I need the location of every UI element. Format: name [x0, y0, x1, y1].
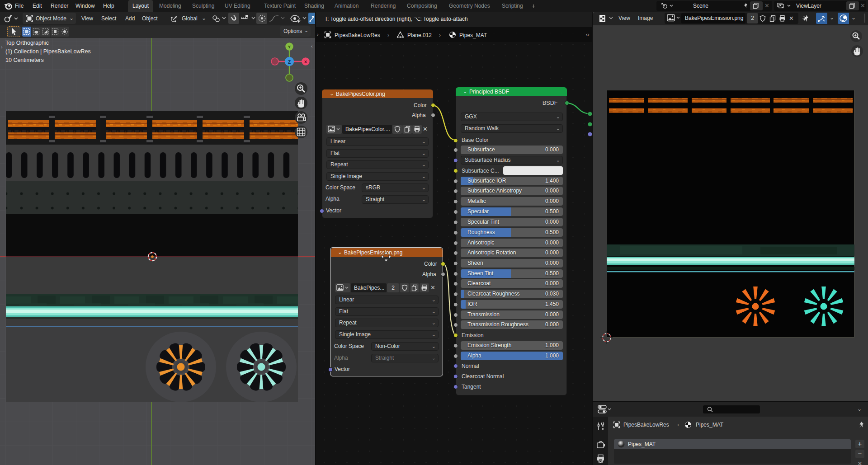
svg-text:X: X [304, 59, 307, 64]
svg-text:Y: Y [288, 44, 291, 49]
svg-text:Z: Z [288, 60, 291, 65]
